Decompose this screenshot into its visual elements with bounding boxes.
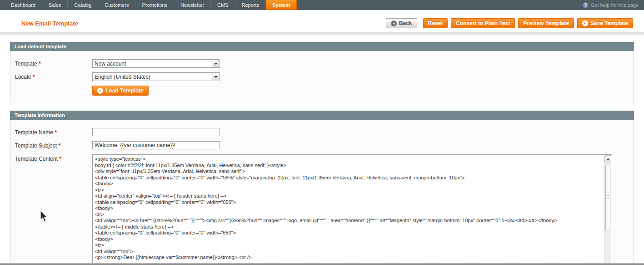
template-name-input[interactable] (92, 128, 220, 136)
template-subject-label-text: Template Subject (15, 143, 57, 149)
template-content-row: Template Content * <style type="text/css… (15, 154, 629, 265)
template-content-label-text: Template Content (15, 156, 58, 162)
nav-item-promotions[interactable]: Promotions (135, 0, 174, 10)
header-buttons: ◄ Back Reset Convert to Plain Text Previ… (386, 18, 633, 28)
template-information-section: Template Information Template Name * Tem… (10, 111, 634, 265)
preview-button-label: Preview Template (523, 20, 569, 26)
back-button[interactable]: ◄ Back (386, 18, 417, 28)
preview-template-button[interactable]: Preview Template (518, 18, 574, 28)
header-divider (0, 32, 644, 35)
textarea-scrollbar[interactable] (604, 155, 611, 265)
save-template-button[interactable]: ✓ Save Template (577, 18, 633, 28)
locale-field-row: Locale * English (United States) (15, 72, 629, 81)
check-icon: ✓ (97, 88, 103, 94)
help-icon: ? (583, 2, 589, 8)
locale-select-value: English (United States) (95, 74, 150, 80)
nav-item-sales[interactable]: Sales (42, 0, 68, 10)
template-name-label: Template Name * (15, 128, 92, 136)
required-asterisk: * (55, 129, 57, 136)
template-name-label-text: Template Name (15, 129, 53, 136)
nav-item-newsletter[interactable]: Newsletter (174, 0, 211, 10)
load-default-template-header: Load default template (10, 42, 634, 51)
chevron-down-icon[interactable] (212, 73, 219, 80)
get-help-link[interactable]: ? Get help for this page (583, 0, 639, 10)
load-template-button-label: Load Template (105, 87, 144, 94)
template-information-body: Template Name * Template Subject * Templ… (10, 120, 634, 265)
required-asterisk: * (59, 156, 61, 162)
required-asterisk: * (33, 74, 35, 80)
reset-button-label: Reset (428, 20, 443, 26)
locale-label: Locale * (15, 72, 92, 81)
required-asterisk: * (58, 143, 60, 149)
template-label: Template * (15, 59, 92, 68)
required-asterisk: * (39, 61, 41, 67)
top-navigation-bar: Dashboard Sales Catalog Customers Promot… (0, 0, 644, 10)
back-arrow-icon: ◄ (391, 20, 397, 26)
template-name-row: Template Name * (15, 128, 629, 136)
back-button-label: Back (399, 20, 412, 26)
template-subject-label: Template Subject * (15, 141, 92, 149)
get-help-label: Get help for this page (591, 2, 639, 8)
load-template-button[interactable]: ✓ Load Template (92, 86, 149, 96)
locale-label-text: Locale (15, 74, 31, 80)
scroll-up-icon[interactable] (604, 155, 611, 162)
nav-item-dashboard[interactable]: Dashboard (5, 0, 42, 10)
chevron-down-icon[interactable] (212, 60, 219, 67)
page-header: New Email Template ◄ Back Reset Convert … (0, 10, 644, 32)
bottom-edge-strip (0, 263, 644, 265)
template-subject-input[interactable] (92, 141, 220, 149)
nav-item-cms[interactable]: CMS (211, 0, 235, 10)
load-template-spacer (15, 86, 92, 96)
template-content-label: Template Content * (15, 154, 92, 265)
convert-button-label: Convert to Plain Text (456, 20, 510, 26)
load-default-template-section: Load default template Template * New acc… (10, 42, 634, 103)
template-information-header: Template Information (10, 111, 634, 120)
page-title: New Email Template (21, 20, 78, 27)
nav-item-system[interactable]: System (266, 0, 297, 10)
load-default-template-body: Template * New account Locale * English … (10, 51, 634, 103)
template-label-text: Template (15, 61, 37, 67)
reset-button[interactable]: Reset (423, 18, 448, 28)
save-button-label: Save Template (590, 20, 628, 26)
load-template-row: ✓ Load Template (15, 86, 629, 96)
template-field-row: Template * New account (15, 59, 629, 68)
template-select[interactable]: New account (92, 59, 220, 68)
check-icon: ✓ (582, 20, 588, 26)
nav-item-catalog[interactable]: Catalog (68, 0, 98, 10)
nav-item-customers[interactable]: Customers (98, 0, 135, 10)
template-content-textarea[interactable]: <style type="text/css"> body,td { color:… (92, 154, 612, 265)
template-subject-row: Template Subject * (15, 141, 629, 149)
scrollbar-thumb[interactable] (605, 163, 610, 231)
locale-select[interactable]: English (United States) (92, 72, 220, 81)
nav-item-reports[interactable]: Reports (235, 0, 266, 10)
template-content-text[interactable]: <style type="text/css"> body,td { color:… (93, 155, 604, 265)
convert-to-plain-text-button[interactable]: Convert to Plain Text (451, 18, 515, 28)
template-select-value: New account (95, 61, 126, 67)
